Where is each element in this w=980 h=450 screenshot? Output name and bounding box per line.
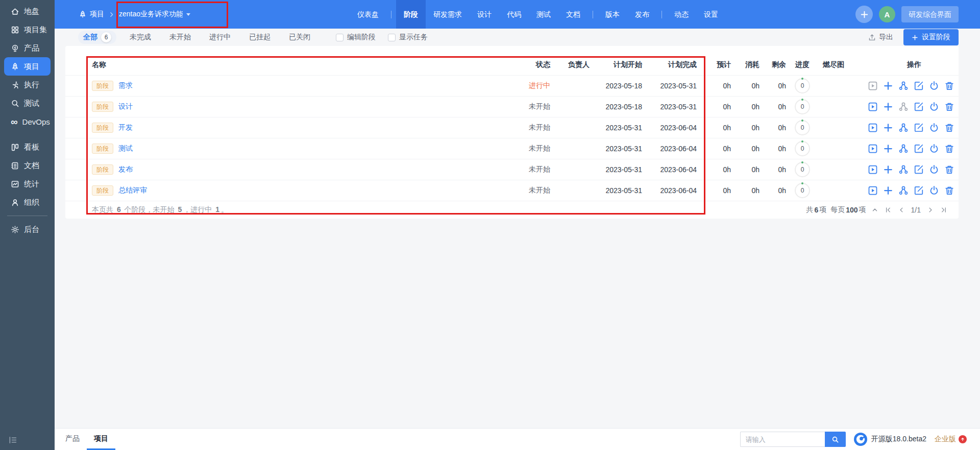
create-task-icon[interactable] — [883, 123, 893, 133]
sidebar-item-execution[interactable]: 执行 — [4, 76, 51, 94]
next-page-button[interactable] — [926, 205, 935, 215]
nav-tab[interactable]: 设计 — [470, 0, 499, 29]
edit-stage-icon[interactable] — [914, 102, 924, 112]
stage-name-link[interactable]: 需求 — [118, 81, 133, 90]
column-header[interactable]: 计划开始 — [590, 60, 642, 69]
stage-name-link[interactable]: 开发 — [118, 123, 133, 132]
start-stage-icon[interactable] — [868, 123, 878, 133]
export-button[interactable]: 导出 — [868, 33, 893, 42]
quick-create-button[interactable] — [855, 6, 873, 23]
breadcrumb-app[interactable]: 项目 — [79, 10, 104, 19]
workbench-button[interactable]: 研发综合界面 — [901, 6, 959, 22]
nav-tab[interactable]: 发布 — [627, 0, 657, 29]
last-page-button[interactable] — [939, 205, 948, 215]
sidebar-item-project[interactable]: 项目 — [4, 57, 51, 76]
nav-tab[interactable]: 研发需求 — [426, 0, 470, 29]
filter-checkbox-option[interactable]: 显示任务 — [388, 33, 428, 42]
delete-stage-icon[interactable] — [944, 102, 954, 112]
column-header[interactable]: 负责人 — [550, 60, 590, 69]
column-header[interactable]: 状态 — [514, 60, 550, 69]
start-stage-icon[interactable] — [868, 144, 878, 154]
stage-name-link[interactable]: 总结评审 — [118, 186, 147, 195]
nav-tab[interactable]: 代码 — [499, 0, 529, 29]
sidebar-item-qa[interactable]: 测试 — [4, 94, 51, 112]
delete-stage-icon[interactable] — [944, 123, 954, 133]
project-switcher[interactable]: zentao业务诉求功能瀑布项 — [119, 10, 190, 19]
column-header[interactable]: 名称 — [65, 60, 514, 69]
stage-name-link[interactable]: 设计 — [118, 102, 133, 111]
split-stage-icon[interactable] — [898, 144, 909, 154]
start-stage-icon[interactable] — [868, 185, 878, 196]
filter-tab[interactable]: 已关闭 — [284, 31, 315, 43]
column-header[interactable]: 进度 — [786, 60, 819, 69]
pager-per-page[interactable]: 每页 100 项 — [830, 205, 866, 215]
close-stage-icon[interactable] — [929, 185, 939, 196]
edit-stage-icon[interactable] — [914, 123, 924, 133]
sidebar-item-report[interactable]: 统计 — [4, 175, 51, 193]
sidebar-item-home[interactable]: 地盘 — [4, 2, 51, 20]
nav-tab[interactable]: 测试 — [529, 0, 558, 29]
split-stage-icon[interactable] — [898, 123, 909, 133]
column-header[interactable]: 预计 — [697, 60, 731, 69]
sidebar-item-devops[interactable]: ∞DevOps — [4, 112, 51, 131]
bottom-tab[interactable]: 产品 — [58, 429, 87, 450]
nav-tab[interactable]: 动态 — [667, 0, 696, 29]
stage-name-link[interactable]: 发布 — [118, 165, 133, 174]
sidebar-item-kanban[interactable]: 看板 — [4, 138, 51, 156]
edit-stage-icon[interactable] — [914, 144, 924, 154]
filter-tab[interactable]: 未开始 — [164, 31, 196, 43]
nav-tab[interactable]: 仪表盘 — [350, 0, 386, 29]
split-stage-icon[interactable] — [898, 185, 909, 196]
checkbox-icon[interactable] — [336, 34, 344, 41]
column-header[interactable]: 操作 — [870, 60, 959, 69]
edit-stage-icon[interactable] — [914, 185, 924, 196]
close-stage-icon[interactable] — [929, 164, 939, 175]
first-page-button[interactable] — [884, 205, 893, 215]
create-task-icon[interactable] — [883, 81, 893, 91]
split-stage-icon[interactable] — [898, 81, 909, 91]
split-stage-icon[interactable] — [898, 102, 909, 112]
filter-checkbox-option[interactable]: 编辑阶段 — [336, 33, 376, 42]
column-header[interactable]: 燃尽图 — [819, 60, 870, 69]
prev-page-button[interactable] — [897, 205, 906, 215]
sidebar-item-admin[interactable]: 后台 — [4, 220, 51, 239]
sidebar-item-doc[interactable]: 文档 — [4, 156, 51, 175]
set-stage-button[interactable]: 设置阶段 — [903, 29, 959, 45]
filter-tab[interactable]: 进行中 — [204, 31, 236, 43]
filter-tab[interactable]: 已挂起 — [244, 31, 276, 43]
sidebar-collapse-toggle[interactable] — [8, 435, 18, 445]
close-stage-icon[interactable] — [929, 144, 939, 154]
search-button[interactable] — [825, 432, 846, 447]
delete-stage-icon[interactable] — [944, 185, 954, 196]
per-page-chevron-up-icon[interactable] — [870, 205, 879, 215]
nav-tab[interactable]: 设置 — [696, 0, 726, 29]
edit-stage-icon[interactable] — [914, 81, 924, 91]
nav-tab[interactable]: 阶段 — [396, 0, 426, 29]
column-header[interactable]: 计划完成 — [642, 60, 697, 69]
split-stage-icon[interactable] — [898, 164, 909, 175]
filter-tab[interactable]: 全部6 — [78, 31, 116, 44]
delete-stage-icon[interactable] — [944, 81, 954, 91]
create-task-icon[interactable] — [883, 102, 893, 112]
sidebar-item-org[interactable]: 组织 — [4, 193, 51, 211]
sidebar-item-program[interactable]: 项目集 — [4, 20, 51, 39]
start-stage-icon[interactable] — [868, 164, 878, 175]
start-stage-icon[interactable] — [868, 102, 878, 112]
avatar[interactable]: A — [879, 6, 895, 22]
bottom-tab[interactable]: 项目 — [87, 429, 115, 450]
start-stage-icon[interactable] — [868, 81, 878, 91]
create-task-icon[interactable] — [883, 185, 893, 196]
close-stage-icon[interactable] — [929, 102, 939, 112]
create-task-icon[interactable] — [883, 144, 893, 154]
sidebar-item-product[interactable]: 产品 — [4, 39, 51, 57]
column-header[interactable]: 剩余 — [760, 60, 786, 69]
stage-name-link[interactable]: 测试 — [118, 144, 133, 153]
nav-tab[interactable]: 版本 — [598, 0, 627, 29]
nav-tab[interactable]: 文档 — [558, 0, 588, 29]
search-input[interactable] — [740, 432, 825, 447]
delete-stage-icon[interactable] — [944, 144, 954, 154]
column-header[interactable]: 消耗 — [731, 60, 760, 69]
delete-stage-icon[interactable] — [944, 164, 954, 175]
upgrade-link[interactable]: 企业版 — [935, 435, 967, 444]
close-stage-icon[interactable] — [929, 81, 939, 91]
